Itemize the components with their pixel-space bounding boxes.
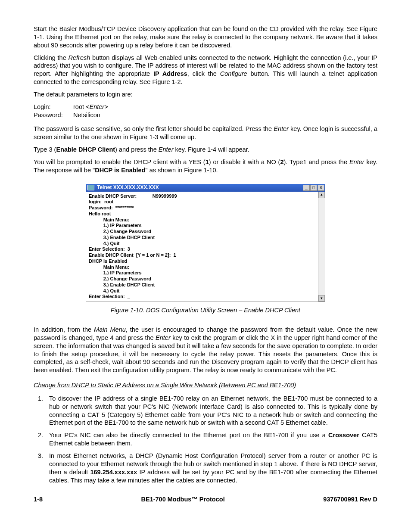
step-2: Your PC's NIC can also be directly conne… (45, 431, 377, 448)
login-value: root <Enter> (73, 103, 108, 111)
refresh-word: Refresh (68, 54, 90, 61)
step-1: To discover the IP address of a single B… (45, 395, 377, 427)
telnet-title: Telnet XXX.XXX.XXX.XXX (97, 184, 303, 191)
page-number: 1-8 (34, 495, 43, 504)
default-params-line: The default parameters to login are: (34, 90, 377, 99)
para-3: The password is case sensitive, so only … (34, 125, 377, 141)
password-label: Password: (34, 111, 73, 119)
ip-address-word: IP Address (153, 70, 187, 77)
maximize-icon[interactable]: □ (310, 185, 317, 191)
configure-word: Configure (220, 70, 247, 77)
page-footer: 1-8 BE1-700 Modbus™ Protocol 9376700991 … (34, 495, 377, 504)
password-value: Netsilicon (73, 111, 100, 119)
doc-revision: 9376700991 Rev D (323, 495, 377, 504)
close-icon[interactable]: × (318, 185, 324, 191)
scroll-down-icon[interactable]: ▾ (318, 295, 325, 302)
para-2: Clicking the Refresh button displays all… (34, 54, 377, 86)
step-3: In most Ethernet networks, a DHCP (Dynam… (45, 452, 377, 484)
scroll-up-icon[interactable]: ▴ (318, 192, 325, 198)
para-1: Start the Basler Modbus/TCP Device Disco… (34, 25, 377, 50)
scrollbar[interactable]: ▴ ▾ (318, 192, 325, 302)
subheading: Change from DHCP to Static IP Address on… (34, 381, 377, 389)
login-label: Login: (34, 103, 73, 111)
para-4: Type 3 (Enable DHCP Client) and press th… (34, 146, 377, 154)
telnet-titlebar: Telnet XXX.XXX.XXX.XXX _ □ × (86, 184, 325, 192)
steps-list: To discover the IP address of a single B… (34, 395, 377, 484)
telnet-body: Enable DHCP Server: N99999999 login: roo… (86, 192, 318, 302)
login-defaults: The default parameters to login are: Log… (34, 90, 377, 119)
para-5: You will be prompted to enable the DHCP … (34, 158, 377, 174)
minimize-icon[interactable]: _ (303, 185, 310, 191)
figure-caption: Figure 1-10. DOS Configuration Utility S… (34, 306, 377, 314)
scroll-track[interactable] (318, 198, 325, 296)
terminal-icon (87, 185, 94, 190)
doc-title: BE1-700 Modbus™ Protocol (141, 495, 225, 504)
para-6: In addition, from the Main Menu, the use… (34, 326, 377, 374)
telnet-window: Telnet XXX.XXX.XXX.XXX _ □ × Enable DHCP… (86, 184, 325, 302)
